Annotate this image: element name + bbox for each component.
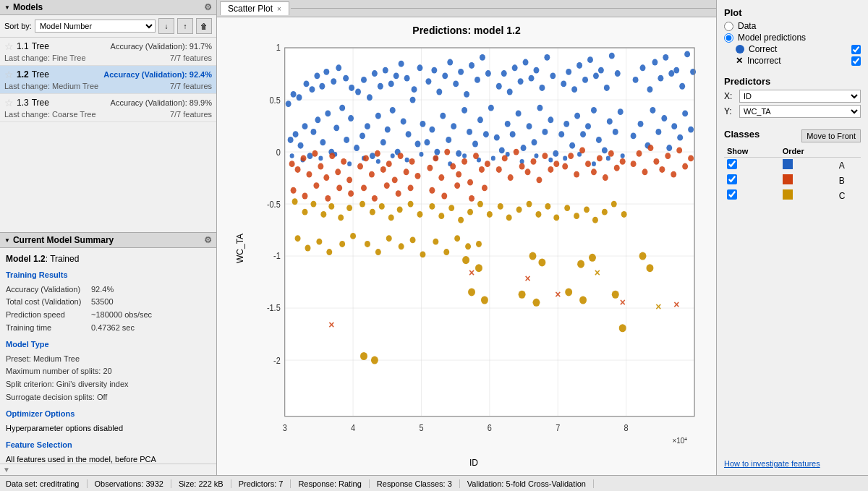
svg-point-78	[399, 61, 404, 67]
model-item-1-2[interactable]: ☆ 1.2 Tree Accuracy (Validation): 92.4% …	[0, 66, 216, 94]
how-to-link[interactable]: How to investigate features	[724, 459, 861, 468]
x-predictor-select[interactable]: ID WC_TA RE_TA EBIT_TA ME_TL S_TA BVE_BV…	[739, 90, 861, 103]
correct-label: Correct	[749, 44, 777, 54]
svg-point-259	[659, 166, 665, 173]
class-a-checkbox[interactable]	[727, 159, 737, 169]
feature-selection-header[interactable]: Feature Selection	[6, 439, 210, 452]
svg-point-326	[339, 241, 345, 247]
star-icon-1-3[interactable]: ☆	[4, 97, 14, 108]
class-c-color	[783, 189, 793, 200]
svg-point-84	[434, 149, 440, 155]
training-results-header[interactable]: Training Results	[6, 269, 210, 282]
svg-point-343	[577, 260, 584, 268]
models-settings-icon[interactable]: ⚙	[204, 2, 212, 12]
svg-point-46	[297, 94, 302, 101]
svg-point-177	[631, 132, 637, 139]
status-response-classes: Response Classes: 3	[370, 479, 460, 488]
data-radio[interactable]	[724, 22, 733, 31]
svg-point-340	[475, 264, 482, 272]
svg-point-193	[663, 54, 668, 61]
svg-text:0.5: 0.5	[270, 95, 281, 105]
svg-point-171	[548, 158, 553, 163]
svg-point-236	[519, 163, 525, 170]
star-icon-1-1[interactable]: ☆	[4, 40, 14, 52]
class-b-color	[783, 174, 793, 184]
svg-point-245	[574, 171, 579, 178]
optimizer-header[interactable]: Optimizer Options	[6, 408, 210, 421]
feature-desc: All features used in the model, before P…	[6, 453, 210, 464]
delete-button[interactable]: 🗑	[196, 18, 212, 34]
classes-title: Classes	[724, 129, 760, 140]
svg-point-195	[673, 67, 679, 74]
svg-point-45	[291, 91, 297, 98]
tab-close-button[interactable]: ×	[277, 5, 281, 13]
svg-point-165	[462, 153, 467, 158]
svg-text:-0.5: -0.5	[267, 200, 281, 209]
svg-point-120	[501, 70, 507, 77]
sort-select[interactable]: Model Number Accuracy Name	[35, 20, 156, 33]
y-predictor-select[interactable]: WC_TA ID RE_TA EBIT_TA ME_TL S_TA BVE_BV…	[739, 105, 861, 118]
svg-point-132	[569, 142, 575, 149]
sub-options: Correct ✕ Incorrect	[736, 44, 861, 66]
svg-point-291	[328, 203, 334, 210]
svg-text:8: 8	[624, 423, 629, 432]
current-model-header: ▼ Current Model Summary ⚙	[0, 232, 216, 248]
star-icon-1-2[interactable]: ☆	[4, 69, 14, 80]
model-lastchange-1-2: Last change: Medium Tree	[4, 82, 98, 90]
svg-point-40	[333, 124, 339, 131]
model-type-1-3: Tree	[32, 98, 49, 108]
status-response: Response: Rating	[291, 479, 369, 488]
model-type-header[interactable]: Model Type	[6, 338, 210, 351]
sort-label: Sort by:	[4, 22, 32, 30]
current-model-section: ▼ Current Model Summary ⚙ Model 1.2: Tra…	[0, 232, 216, 464]
incorrect-checkbox[interactable]	[851, 56, 861, 66]
svg-point-152	[615, 70, 621, 77]
svg-point-133	[574, 113, 580, 119]
svg-point-140	[613, 129, 618, 135]
svg-point-141	[618, 108, 624, 115]
scatter-plot-tab[interactable]: Scatter Plot ×	[220, 1, 289, 15]
svg-point-330	[386, 235, 392, 242]
x-axis-container: ID	[455, 458, 478, 468]
correct-checkbox[interactable]	[851, 45, 861, 54]
status-bar: Data set: creditrating Observations: 393…	[0, 475, 868, 491]
model-item-1-3[interactable]: ☆ 1.3 Tree Accuracy (Validation): 89.9% …	[0, 94, 216, 122]
model-features-1-2: 7/7 features	[170, 82, 212, 90]
svg-text:×: ×	[328, 318, 334, 330]
move-to-front-button[interactable]: Move to Front	[801, 129, 861, 142]
class-c-checkbox[interactable]	[727, 189, 737, 200]
svg-text:-1: -1	[273, 252, 281, 261]
svg-point-143	[566, 69, 571, 75]
svg-point-290	[320, 211, 326, 218]
svg-text:5: 5	[419, 423, 423, 432]
svg-point-190	[647, 86, 652, 93]
svg-point-44	[286, 101, 292, 107]
incorrect-label: Incorrect	[747, 56, 781, 66]
svg-point-89	[461, 107, 467, 114]
svg-point-337	[465, 243, 471, 249]
svg-point-122	[512, 64, 518, 71]
svg-point-35	[310, 129, 316, 135]
classes-section: Classes Move to Front Show Order	[724, 129, 861, 203]
sort-desc-button[interactable]: ↑	[177, 18, 193, 34]
class-c-label: C	[836, 188, 861, 203]
svg-point-117	[548, 116, 553, 123]
svg-point-82	[424, 139, 430, 145]
svg-point-70	[355, 89, 361, 95]
svg-point-258	[653, 158, 659, 165]
model-item-1-1[interactable]: ☆ 1.1 Tree Accuracy (Validation): 91.7% …	[0, 38, 216, 66]
status-validation: Validation: 5-fold Cross-Validation	[460, 479, 594, 488]
class-b-checkbox[interactable]	[727, 174, 737, 184]
svg-point-234	[508, 174, 514, 181]
svg-point-81	[417, 64, 423, 71]
model-lastchange-1-1: Last change: Fine Tree	[4, 54, 86, 62]
sort-asc-button[interactable]: ↓	[158, 18, 174, 34]
svg-point-289	[310, 201, 316, 208]
model-id-1-1: 1.1	[17, 41, 29, 51]
svg-point-351	[565, 288, 572, 296]
svg-point-211	[363, 155, 369, 162]
model-predictions-radio[interactable]	[724, 33, 733, 43]
svg-point-100	[453, 80, 459, 87]
svg-point-342	[538, 258, 545, 266]
current-model-settings-icon[interactable]: ⚙	[204, 235, 212, 245]
